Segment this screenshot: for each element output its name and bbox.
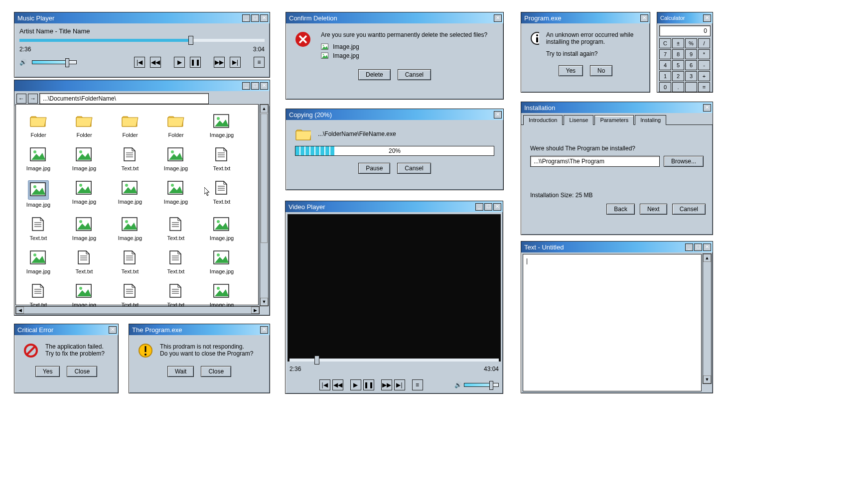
scroll-thumb[interactable] [261, 114, 268, 243]
install-path-input[interactable] [530, 156, 660, 167]
file-item[interactable]: Text.txt [115, 147, 145, 171]
next-track-button[interactable]: ▶| [394, 379, 405, 390]
next-track-button[interactable]: ▶| [230, 57, 241, 68]
cancel-button[interactable]: Cansel [672, 204, 706, 215]
calc-key-4[interactable]: 4 [659, 60, 671, 70]
minimize-button[interactable]: _ [475, 203, 483, 211]
file-item[interactable]: Text.txt [206, 147, 237, 171]
volume-slider[interactable] [32, 60, 77, 64]
file-grid[interactable]: FolderFolderFolderFolderImage.jpgImage.j… [16, 105, 258, 317]
file-item[interactable]: Image.jpg [23, 180, 54, 208]
calc-key-3[interactable]: 3 [685, 71, 697, 81]
file-item[interactable]: Text.txt [69, 250, 100, 274]
playlist-button[interactable]: ≡ [412, 379, 423, 390]
next-button[interactable]: Next [640, 204, 667, 215]
tab-parameters[interactable]: Parameters [594, 115, 634, 125]
file-item[interactable]: Text.txt [160, 217, 191, 241]
calc-key-9[interactable]: 9 [685, 49, 697, 59]
playlist-button[interactable]: ≡ [254, 57, 265, 68]
scroll-right-icon[interactable]: ▶ [251, 307, 259, 314]
video-seek-slider[interactable] [289, 359, 499, 362]
minimize-button[interactable]: _ [242, 14, 250, 22]
file-item[interactable]: Folder [115, 114, 145, 138]
maximize-button[interactable]: ☐ [251, 14, 259, 22]
file-item[interactable]: Text.txt [23, 283, 54, 308]
music-player-titlebar[interactable]: Music Player _ ☐ ✕ [14, 12, 270, 23]
calc-key-±[interactable]: ± [672, 38, 684, 48]
file-item[interactable]: Image.jpg [206, 217, 237, 241]
close-button[interactable]: Close [67, 366, 97, 377]
file-item[interactable]: Image.jpg [115, 217, 145, 241]
rewind-button[interactable]: ◀◀ [332, 379, 343, 390]
play-button[interactable]: ▶ [174, 57, 185, 68]
scroll-left-icon[interactable]: ◀ [16, 307, 24, 314]
close-button[interactable]: ✕ [494, 111, 502, 119]
calc-key-1[interactable]: 1 [659, 71, 671, 81]
calc-key-=[interactable]: = [698, 82, 710, 92]
pause-button[interactable]: Pause [358, 163, 390, 174]
no-button[interactable]: No [590, 65, 612, 76]
calc-key-5[interactable]: 5 [672, 60, 684, 70]
close-button[interactable]: ✕ [703, 14, 711, 22]
file-item[interactable]: Image.jpg [115, 180, 145, 208]
prev-track-button[interactable]: |◀ [134, 57, 145, 68]
calc-key-/[interactable]: / [698, 38, 710, 48]
file-item[interactable]: Folder [69, 114, 100, 138]
close-button[interactable]: ✕ [260, 326, 268, 334]
close-button[interactable]: ✕ [109, 326, 117, 334]
horizontal-scrollbar[interactable]: ◀ ▶ [15, 306, 260, 314]
tab-introduction[interactable]: Introduction [523, 115, 563, 125]
program-error-titlebar[interactable]: Program.exe ✕ [521, 12, 650, 23]
yes-button[interactable]: Yes [35, 366, 60, 377]
file-item[interactable]: Folder [160, 114, 191, 138]
maximize-button[interactable]: ☐ [251, 82, 259, 90]
forward-button[interactable]: ▶▶ [214, 57, 225, 68]
calc-key--[interactable]: - [698, 60, 710, 70]
seek-slider[interactable] [19, 39, 265, 42]
browse-button[interactable]: Browse... [664, 156, 704, 167]
file-item[interactable]: Image.jpg [23, 147, 54, 171]
maximize-button[interactable]: ☐ [694, 244, 702, 251]
delete-button[interactable]: Delete [358, 69, 391, 80]
tab-instaling[interactable]: Instaling [635, 115, 666, 125]
minimize-button[interactable]: _ [685, 244, 693, 251]
scroll-down-icon[interactable]: ▼ [703, 375, 711, 383]
confirm-deletion-titlebar[interactable]: Confirm Deletion ✕ [286, 12, 503, 23]
calc-key-7[interactable]: 7 [659, 49, 671, 59]
file-item[interactable]: Image.jpg [160, 180, 191, 208]
prev-track-button[interactable]: |◀ [319, 379, 330, 390]
calc-key-6[interactable]: 6 [685, 60, 697, 70]
close-button[interactable]: ✕ [640, 14, 648, 22]
file-item[interactable]: Folder [23, 114, 54, 138]
close-button[interactable]: Close [201, 366, 231, 377]
calc-key-%[interactable]: % [685, 38, 697, 48]
video-canvas[interactable] [288, 214, 501, 362]
file-item[interactable]: Image.jpg [23, 250, 54, 274]
file-item[interactable]: Image.jpg [206, 250, 237, 274]
wait-button[interactable]: Wait [167, 366, 194, 377]
vertical-scrollbar[interactable]: ▲ ▼ [703, 253, 712, 384]
file-item[interactable]: Text.txt [115, 250, 145, 274]
vertical-scrollbar[interactable]: ▲ ▼ [260, 104, 269, 306]
tab-lisense[interactable]: Lisense [564, 115, 593, 125]
calc-key-8[interactable]: 8 [672, 49, 684, 59]
pause-button[interactable]: ❚❚ [190, 57, 201, 68]
forward-button[interactable]: → [28, 94, 38, 104]
scroll-up-icon[interactable]: ▲ [703, 254, 711, 262]
file-item[interactable]: Image.jpg [206, 114, 237, 138]
file-item[interactable]: Text.txt [160, 250, 191, 274]
installation-titlebar[interactable]: Installation ✕ [521, 102, 713, 113]
file-item[interactable]: Image.jpg [69, 180, 100, 208]
cancel-button[interactable]: Cansel [397, 163, 431, 174]
calc-key-2[interactable]: 2 [672, 71, 684, 81]
calculator-titlebar[interactable]: Calculator ✕ [657, 12, 713, 23]
calc-key-+[interactable]: + [698, 71, 710, 81]
address-bar[interactable] [39, 93, 209, 104]
copying-titlebar[interactable]: Copying (20%) ✕ [286, 109, 503, 120]
file-item[interactable]: Image.jpg [69, 147, 100, 171]
close-button[interactable]: ✕ [703, 104, 711, 112]
file-item[interactable]: Image.jpg [206, 283, 237, 308]
pause-button[interactable]: ❚❚ [363, 379, 374, 390]
minimize-button[interactable]: _ [242, 82, 250, 90]
file-item[interactable]: Image.jpg [69, 217, 100, 241]
